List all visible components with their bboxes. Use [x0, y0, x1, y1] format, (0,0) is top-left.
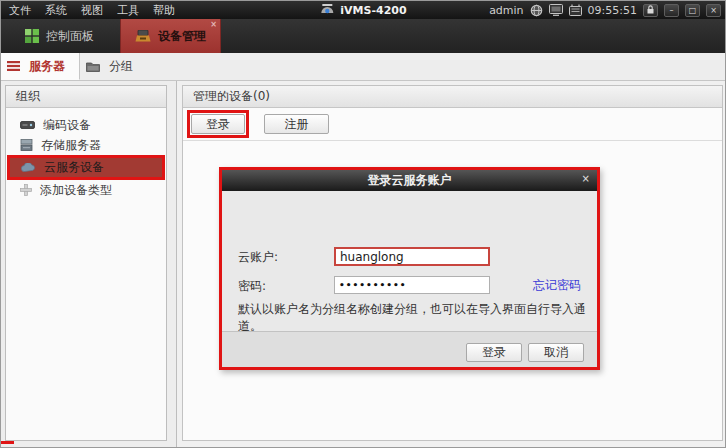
dialog-footer: 登录 取消 — [222, 331, 597, 367]
sub-tabbar: 服务器 分组 — [1, 53, 725, 81]
sidebar-item-encoding-device[interactable]: 编码设备 — [6, 115, 166, 135]
subtab-server[interactable]: 服务器 — [1, 53, 80, 80]
control-panel-grid-icon — [25, 29, 39, 43]
monitor-status-icon[interactable] — [549, 4, 563, 16]
tab-control-panel[interactable]: 控制面板 — [11, 19, 108, 53]
close-button[interactable]: × — [706, 4, 721, 17]
server-list-icon — [7, 61, 20, 71]
dialog-close-icon[interactable]: × — [582, 173, 590, 184]
menu-view[interactable]: 视图 — [81, 3, 103, 18]
tab-device-management[interactable]: 设备管理 × — [120, 19, 221, 53]
clock: 09:55:51 — [588, 4, 637, 17]
dialog-titlebar[interactable]: 登录云服务账户 × — [222, 170, 597, 191]
menu-system[interactable]: 系统 — [45, 3, 67, 18]
dialog-note: 默认以账户名为分组名称创建分组，也可以在导入界面自行导入通道。 — [238, 301, 597, 335]
app-window: 文件 系统 视图 工具 帮助 iVMS-4200 admin — [0, 0, 726, 448]
calendar-status-icon[interactable] — [569, 4, 582, 16]
managed-devices-header-label: 管理的设备(0) — [193, 88, 270, 105]
storage-server-icon — [20, 139, 33, 151]
sidebar-item-label: 云服务设备 — [44, 159, 104, 176]
dome-camera-icon — [319, 4, 335, 16]
managed-devices-header: 管理的设备(0) — [183, 86, 722, 108]
tab-label: 设备管理 — [158, 28, 206, 45]
device-toolbar: 登录 注册 — [183, 108, 722, 141]
menu-tools[interactable]: 工具 — [117, 3, 139, 18]
register-button[interactable]: 注册 — [264, 114, 329, 134]
forgot-password-link[interactable]: 忘记密码 — [533, 277, 581, 294]
cloud-account-input[interactable] — [334, 247, 490, 266]
dialog-body: 云账户: 密码: 忘记密码 默认以账户名为分组名称创建分组，也可以在导入界面自行… — [222, 191, 597, 331]
sidebar-item-label: 添加设备类型 — [40, 182, 112, 199]
sidebar-item-label: 存储服务器 — [41, 137, 101, 154]
maximize-button[interactable]: □ — [685, 4, 700, 17]
menu-list: 文件 系统 视图 工具 帮助 — [1, 3, 175, 18]
main-tabbar: 控制面板 设备管理 × — [1, 19, 725, 53]
organization-sidebar: 组织 编码设备 — [1, 81, 177, 448]
minimize-button[interactable]: – — [664, 4, 679, 17]
app-title-text: iVMS-4200 — [340, 4, 406, 17]
network-globe-icon[interactable] — [530, 4, 543, 17]
sidebar-item-cloud-service-device[interactable]: 云服务设备 — [7, 155, 165, 180]
statusbar: admin — [489, 1, 721, 19]
dialog-title: 登录云服务账户 — [368, 172, 452, 189]
cloud-account-label: 云账户: — [238, 249, 278, 266]
organization-panel: 组织 编码设备 — [5, 85, 167, 441]
cloud-icon — [21, 163, 36, 172]
login-button[interactable]: 登录 — [191, 114, 245, 134]
sidebar-item-add-device-type[interactable]: 添加设备类型 — [6, 180, 166, 200]
subtab-label: 服务器 — [29, 58, 65, 75]
menubar: 文件 系统 视图 工具 帮助 iVMS-4200 admin — [1, 1, 725, 19]
cloud-login-dialog: 登录云服务账户 × 云账户: 密码: 忘记密码 默认以账户名为分组名称创建分组，… — [219, 167, 600, 370]
password-label: 密码: — [238, 278, 266, 295]
encoding-device-icon — [20, 121, 35, 129]
menu-file[interactable]: 文件 — [9, 3, 31, 18]
current-user: admin — [489, 4, 523, 17]
tab-close-icon[interactable]: × — [210, 21, 217, 29]
tab-label: 控制面板 — [46, 28, 94, 45]
password-input[interactable] — [334, 276, 490, 294]
lock-button[interactable] — [643, 4, 658, 17]
annotation-artifact — [1, 441, 14, 444]
login-button-annotation: 登录 — [187, 110, 249, 138]
add-plus-icon — [20, 184, 32, 196]
device-type-list: 编码设备 存储服务器 — [6, 108, 166, 200]
folder-icon — [86, 61, 100, 72]
organization-header: 组织 — [6, 86, 166, 108]
subtab-label: 分组 — [109, 58, 133, 75]
menu-help[interactable]: 帮助 — [153, 3, 175, 18]
organization-header-label: 组织 — [16, 88, 40, 105]
dialog-cancel-button[interactable]: 取消 — [528, 343, 584, 362]
sidebar-item-label: 编码设备 — [43, 117, 91, 134]
subtab-group[interactable]: 分组 — [80, 53, 147, 80]
device-management-icon — [135, 30, 151, 43]
dialog-login-button[interactable]: 登录 — [466, 343, 522, 362]
sidebar-item-storage-server[interactable]: 存储服务器 — [6, 135, 166, 155]
app-title: iVMS-4200 — [319, 1, 406, 19]
